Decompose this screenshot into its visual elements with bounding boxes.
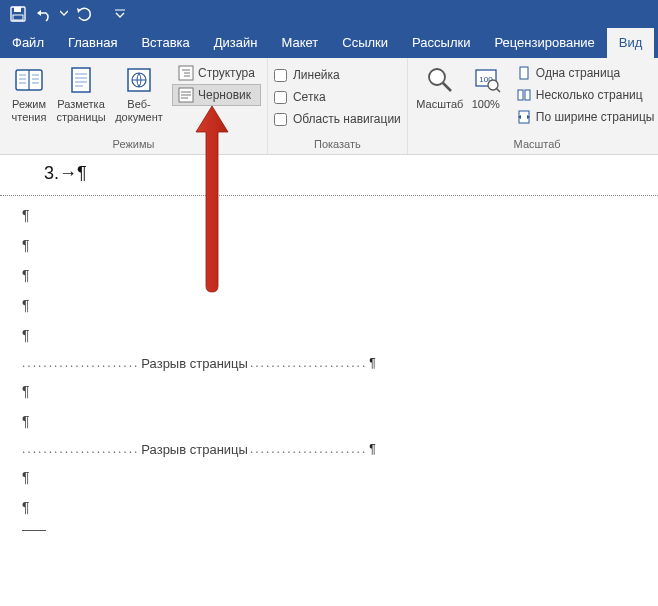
tab-view[interactable]: Вид [607,28,655,58]
multi-page-label: Несколько страниц [536,88,643,102]
undo-button[interactable] [32,2,56,26]
undo-icon [35,6,53,22]
gridlines-checkbox-input[interactable] [274,91,287,104]
page-break-marker[interactable]: ...................... Разрыв страницы .… [0,436,658,462]
page-separator [0,195,658,196]
page-width-icon [516,109,532,125]
doc-line-heading[interactable]: 3.→¶ [0,155,658,191]
doc-paragraph[interactable]: ¶ [0,230,658,260]
tab-design[interactable]: Дизайн [202,28,270,58]
doc-paragraph[interactable]: ¶ [0,290,658,320]
zoom-button[interactable]: Масштаб [414,62,466,111]
tab-insert[interactable]: Вставка [129,28,201,58]
doc-paragraph[interactable]: ¶ [0,320,658,350]
ruler-checkbox-input[interactable] [274,69,287,82]
outline-icon [178,65,194,81]
zoom-label: Масштаб [416,98,463,111]
web-layout-label: Веб- документ [115,98,163,124]
draft-view-button[interactable]: Черновик [172,84,261,106]
multi-page-button[interactable]: Несколько страниц [510,84,658,106]
page-break-pilcrow: ¶ [369,442,375,456]
page-width-label: По ширине страницы [536,110,655,124]
ruler-checkbox[interactable]: Линейка [274,64,401,86]
tab-review[interactable]: Рецензирование [482,28,606,58]
doc-paragraph[interactable]: ¶ [0,376,658,406]
group-zoom: Масштаб 100 100% Одна страница Несколько… [408,58,658,154]
read-mode-icon [13,64,45,96]
one-page-icon [516,65,532,81]
gridlines-checkbox-label: Сетка [293,90,326,104]
group-zoom-label: Масштаб [414,136,658,154]
tab-mailings[interactable]: Рассылки [400,28,482,58]
redo-button[interactable] [72,2,96,26]
read-mode-label: Режим чтения [12,98,47,124]
print-layout-icon [65,64,97,96]
ribbon: Режим чтения Разметка страницы Веб- доку… [0,58,658,155]
document-area[interactable]: 3.→¶ ¶ ¶ ¶ ¶ ¶ ...................... Ра… [0,155,658,531]
multi-page-icon [516,87,532,103]
zoom-100-button[interactable]: 100 100% [466,62,506,111]
doc-paragraph[interactable]: ¶ [0,200,658,230]
tab-file[interactable]: Файл [0,28,56,58]
quick-access-toolbar [0,0,658,28]
save-icon [10,6,26,22]
svg-rect-2 [13,15,23,20]
ribbon-tabs: Файл Главная Вставка Дизайн Макет Ссылки… [0,28,658,58]
gridlines-checkbox[interactable]: Сетка [274,86,401,108]
web-layout-button[interactable]: Веб- документ [110,62,168,124]
svg-rect-35 [518,90,523,100]
page-break-label: Разрыв страницы [139,356,250,371]
zoom-icon [424,64,456,96]
one-page-button[interactable]: Одна страница [510,62,658,84]
undo-more-button[interactable] [58,2,70,26]
page-break-dots-left: ...................... [22,356,139,370]
tab-references[interactable]: Ссылки [330,28,400,58]
chevron-down-icon [115,9,125,19]
ruler-checkbox-label: Линейка [293,68,340,82]
navpane-checkbox-input[interactable] [274,113,287,126]
one-page-label: Одна страница [536,66,620,80]
page-break-dots-right: ...................... [250,356,367,370]
svg-rect-34 [520,67,528,79]
draft-icon [178,87,194,103]
svg-rect-1 [14,7,21,12]
print-layout-label: Разметка страницы [56,98,105,124]
chevron-down-icon [60,10,68,18]
svg-point-28 [429,69,445,85]
outline-view-button[interactable]: Структура [172,62,261,84]
redo-icon [76,6,92,22]
read-mode-button[interactable]: Режим чтения [6,62,52,124]
page-break-dots-right: ...................... [250,442,367,456]
group-views: Режим чтения Разметка страницы Веб- доку… [0,58,268,154]
svg-rect-12 [72,68,90,92]
doc-paragraph[interactable]: ¶ [0,492,658,522]
outline-view-label: Структура [198,66,255,80]
draft-view-label: Черновик [198,88,251,102]
svg-line-33 [496,88,500,92]
tab-home[interactable]: Главная [56,28,129,58]
page-break-pilcrow: ¶ [369,356,375,370]
print-layout-button[interactable]: Разметка страницы [52,62,110,124]
group-show: Линейка Сетка Область навигации Показать [268,58,408,154]
web-layout-icon [123,64,155,96]
page-break-dots-left: ...................... [22,442,139,456]
save-button[interactable] [6,2,30,26]
zoom-100-icon: 100 [470,64,502,96]
navpane-checkbox[interactable]: Область навигации [274,108,401,130]
doc-paragraph[interactable]: ¶ [0,462,658,492]
group-show-label: Показать [274,136,401,154]
page-break-label: Разрыв страницы [139,442,250,457]
page-break-marker[interactable]: ...................... Разрыв страницы .… [0,350,658,376]
svg-rect-36 [525,90,530,100]
doc-paragraph[interactable]: ¶ [0,260,658,290]
page-width-button[interactable]: По ширине страницы [510,106,658,128]
doc-paragraph[interactable]: ¶ [0,406,658,436]
navpane-checkbox-label: Область навигации [293,112,401,126]
group-views-label: Режимы [6,136,261,154]
doc-hr [22,530,46,531]
tab-layout[interactable]: Макет [269,28,330,58]
zoom-100-label: 100% [472,98,500,111]
customize-qat-button[interactable] [108,2,132,26]
svg-line-29 [443,83,451,91]
